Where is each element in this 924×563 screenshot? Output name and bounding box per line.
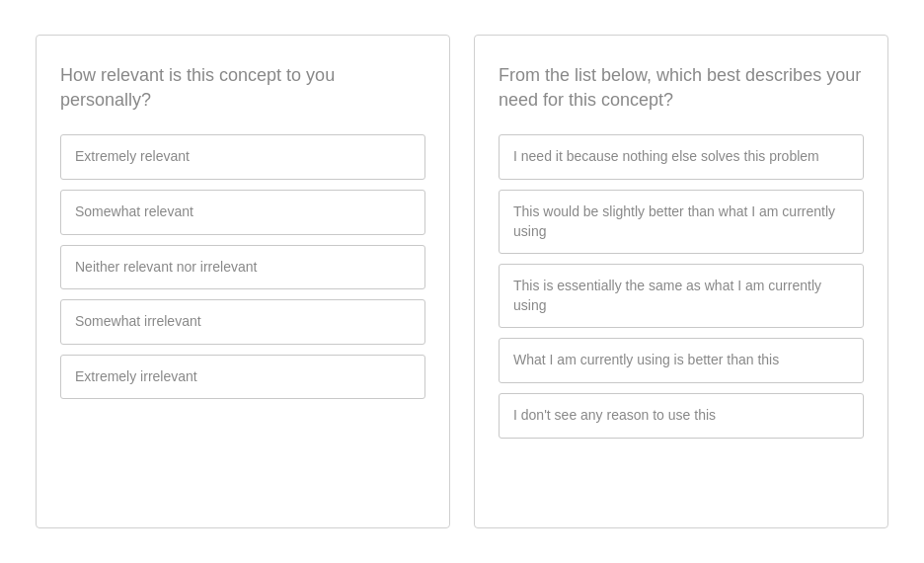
option-need-nothing-else-solves[interactable]: I need it because nothing else solves th… — [499, 134, 864, 180]
right-panel-question: From the list below, which best describe… — [499, 63, 864, 113]
option-slightly-better-label: This would be slightly better than what … — [513, 203, 835, 239]
option-neither-relevant-nor-irrelevant[interactable]: Neither relevant nor irrelevant — [60, 245, 425, 290]
option-slightly-better[interactable]: This would be slightly better than what … — [499, 190, 864, 254]
option-no-reason-to-use-label: I don't see any reason to use this — [513, 407, 716, 423]
option-extremely-irrelevant-label: Extremely irrelevant — [75, 368, 197, 384]
option-somewhat-irrelevant[interactable]: Somewhat irrelevant — [60, 299, 425, 345]
option-no-reason-to-use[interactable]: I don't see any reason to use this — [499, 393, 864, 439]
left-options-list: Extremely relevant Somewhat relevant Nei… — [60, 134, 425, 500]
option-essentially-same[interactable]: This is essentially the same as what I a… — [499, 264, 864, 328]
option-currently-using-better[interactable]: What I am currently using is better than… — [499, 338, 864, 383]
option-essentially-same-label: This is essentially the same as what I a… — [513, 278, 821, 313]
right-options-list: I need it because nothing else solves th… — [499, 134, 864, 500]
option-somewhat-relevant[interactable]: Somewhat relevant — [60, 190, 425, 235]
option-extremely-irrelevant[interactable]: Extremely irrelevant — [60, 355, 425, 400]
option-currently-using-better-label: What I am currently using is better than… — [513, 352, 779, 367]
option-need-nothing-else-solves-label: I need it because nothing else solves th… — [513, 148, 819, 164]
option-extremely-relevant[interactable]: Extremely relevant — [60, 134, 425, 180]
option-extremely-relevant-label: Extremely relevant — [75, 148, 190, 164]
left-panel-question: How relevant is this concept to you pers… — [60, 63, 425, 113]
option-neither-relevant-nor-irrelevant-label: Neither relevant nor irrelevant — [75, 259, 257, 275]
option-somewhat-relevant-label: Somewhat relevant — [75, 203, 193, 219]
left-panel: How relevant is this concept to you pers… — [36, 35, 450, 528]
right-panel: From the list below, which best describe… — [474, 35, 888, 528]
page-container: How relevant is this concept to you pers… — [0, 0, 924, 563]
option-somewhat-irrelevant-label: Somewhat irrelevant — [75, 313, 201, 329]
